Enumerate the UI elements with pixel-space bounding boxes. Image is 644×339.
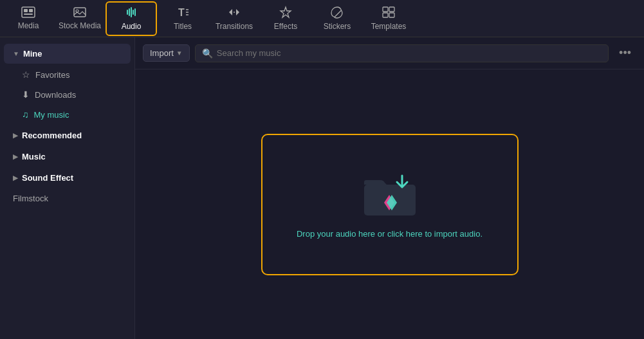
stickers-icon bbox=[330, 6, 344, 21]
drop-zone[interactable]: Drop your audio here or click here to im… bbox=[261, 134, 519, 275]
templates-label: Templates bbox=[371, 22, 407, 31]
toolbar-item-titles[interactable]: T Titles bbox=[157, 1, 208, 36]
search-input[interactable] bbox=[217, 48, 602, 58]
stock-media-label: Stock Media bbox=[59, 21, 101, 30]
favorites-label: Favorites bbox=[35, 70, 69, 80]
templates-icon bbox=[382, 6, 396, 21]
effects-icon bbox=[279, 6, 293, 21]
svg-text:T: T bbox=[178, 7, 185, 18]
sidebar-item-downloads[interactable]: ⬇ Downloads bbox=[4, 85, 131, 104]
toolbar-item-transitions[interactable]: Transitions bbox=[208, 1, 260, 36]
effects-label: Effects bbox=[274, 22, 297, 31]
toolbar: Media Stock Media Audio T T bbox=[0, 0, 644, 37]
import-button[interactable]: Import ▼ bbox=[143, 44, 190, 62]
main-layout: ▼ Mine ☆ Favorites ⬇ Downloads ♫ My musi… bbox=[0, 37, 644, 339]
search-icon: 🔍 bbox=[202, 48, 213, 59]
downloads-icon: ⬇ bbox=[22, 89, 30, 100]
transitions-icon bbox=[226, 6, 242, 21]
sidebar: ▼ Mine ☆ Favorites ⬇ Downloads ♫ My musi… bbox=[0, 37, 135, 339]
music-arrow-icon: ▶ bbox=[13, 153, 18, 160]
sound-effect-arrow-icon: ▶ bbox=[13, 174, 18, 181]
drop-zone-text: Drop your audio here or click here to im… bbox=[297, 229, 483, 239]
svg-rect-12 bbox=[389, 7, 394, 12]
svg-rect-13 bbox=[383, 13, 388, 17]
content-header: Import ▼ 🔍 ••• bbox=[135, 37, 644, 69]
toolbar-item-stock-media[interactable]: Stock Media bbox=[54, 1, 106, 36]
search-container: 🔍 bbox=[195, 44, 609, 62]
mine-label: Mine bbox=[23, 49, 42, 59]
sidebar-item-my-music[interactable]: ♫ My music bbox=[4, 105, 131, 124]
my-music-label: My music bbox=[34, 110, 69, 120]
audio-icon bbox=[124, 6, 138, 21]
downloads-label: Downloads bbox=[35, 90, 76, 100]
svg-rect-4 bbox=[74, 8, 86, 17]
sidebar-item-filmstock[interactable]: Filmstock bbox=[4, 189, 131, 208]
svg-rect-0 bbox=[22, 7, 35, 17]
more-options-icon: ••• bbox=[619, 46, 631, 60]
titles-icon: T bbox=[176, 6, 190, 21]
favorites-icon: ☆ bbox=[22, 69, 30, 80]
mine-arrow-icon: ▼ bbox=[13, 50, 19, 57]
my-music-icon: ♫ bbox=[22, 109, 29, 120]
svg-rect-11 bbox=[383, 7, 388, 12]
toolbar-item-stickers[interactable]: Stickers bbox=[311, 1, 363, 36]
more-options-button[interactable]: ••• bbox=[614, 44, 636, 62]
svg-rect-1 bbox=[24, 9, 28, 12]
toolbar-item-media[interactable]: Media bbox=[3, 1, 54, 36]
drop-zone-message: Drop your audio here or click here to im… bbox=[297, 229, 483, 239]
music-label: Music bbox=[22, 152, 46, 161]
toolbar-item-audio[interactable]: Audio bbox=[106, 1, 157, 36]
titles-label: Titles bbox=[174, 22, 192, 31]
sound-effect-label: Sound Effect bbox=[22, 173, 73, 183]
toolbar-item-templates[interactable]: Templates bbox=[363, 1, 414, 36]
filmstock-label: Filmstock bbox=[13, 194, 48, 203]
folder-icon bbox=[361, 170, 419, 219]
toolbar-item-effects[interactable]: Effects bbox=[260, 1, 311, 36]
stock-media-icon bbox=[73, 6, 87, 20]
stickers-label: Stickers bbox=[324, 22, 351, 31]
transitions-label: Transitions bbox=[216, 22, 253, 31]
svg-rect-2 bbox=[29, 9, 33, 12]
audio-label: Audio bbox=[122, 22, 142, 31]
recommended-label: Recommended bbox=[22, 131, 82, 140]
media-label: Media bbox=[18, 21, 39, 30]
content-area: Import ▼ 🔍 ••• bbox=[135, 37, 644, 339]
sidebar-section-recommended[interactable]: ▶ Recommended bbox=[4, 125, 131, 145]
recommended-arrow-icon: ▶ bbox=[13, 132, 18, 139]
svg-rect-14 bbox=[389, 13, 394, 17]
import-label: Import bbox=[150, 48, 174, 58]
sidebar-item-favorites[interactable]: ☆ Favorites bbox=[4, 65, 131, 84]
import-dropdown-icon: ▼ bbox=[176, 50, 183, 57]
drop-zone-container: Drop your audio here or click here to im… bbox=[135, 69, 644, 339]
sidebar-section-music[interactable]: ▶ Music bbox=[4, 147, 131, 167]
sidebar-section-sound-effect[interactable]: ▶ Sound Effect bbox=[4, 168, 131, 188]
svg-rect-3 bbox=[24, 14, 33, 15]
sidebar-section-mine[interactable]: ▼ Mine bbox=[4, 44, 131, 64]
media-icon bbox=[21, 6, 35, 20]
